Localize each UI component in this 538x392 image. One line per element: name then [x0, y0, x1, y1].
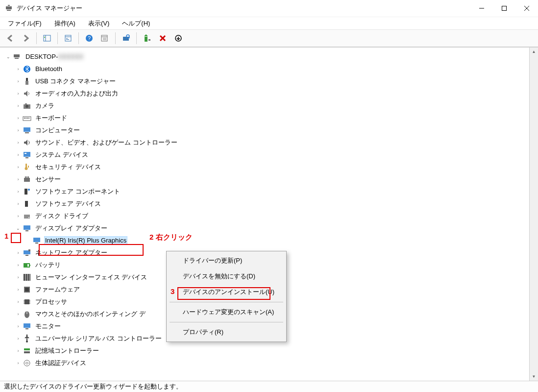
expand-icon[interactable]: › [15, 311, 22, 318]
expand-icon[interactable]: › [15, 360, 22, 367]
context-menu-scan-changes[interactable]: ハードウェア変更のスキャン(A) [168, 304, 285, 320]
display-icon [32, 236, 41, 245]
hid-icon [23, 273, 31, 282]
expand-icon[interactable]: › [15, 323, 22, 330]
tree-item-security[interactable]: ›セキュリティ デバイス [15, 161, 529, 173]
swcomponent-icon [23, 187, 31, 196]
tree-item-audio[interactable]: ›オーディオの入力および出力 [15, 87, 529, 99]
tree-item-swcomponent[interactable]: ›ソフトウェア コンポーネント [15, 185, 529, 197]
forward-button[interactable] [19, 31, 33, 45]
tree-item-computer[interactable]: ›コンピューター [15, 124, 529, 136]
expand-icon[interactable]: › [15, 127, 22, 134]
expand-icon[interactable]: › [15, 347, 22, 354]
context-menu-uninstall-device[interactable]: デバイスのアンインストール(U) [168, 284, 285, 300]
expand-icon[interactable]: › [15, 176, 22, 183]
scroll-up-arrow[interactable]: ▲ [530, 48, 538, 56]
expand-icon[interactable]: › [15, 213, 22, 220]
expand-icon[interactable]: › [15, 200, 22, 207]
tree-item-label: コンピューター [34, 125, 81, 135]
expand-icon[interactable]: › [15, 249, 22, 256]
svg-point-86 [26, 334, 28, 336]
tree-item-usb[interactable]: ›USB コネクタ マネージャー [15, 75, 529, 87]
tree-item-swdevice[interactable]: ›ソフトウェア デバイス [15, 197, 529, 210]
properties-button[interactable] [61, 31, 75, 45]
svg-rect-63 [25, 255, 28, 256]
expand-icon[interactable]: › [15, 188, 22, 195]
expand-icon[interactable]: › [15, 286, 22, 293]
action-sheet-button[interactable] [98, 31, 112, 45]
uninstall-device-button[interactable] [155, 31, 170, 45]
tree-item-bluetooth[interactable]: ›Bluetooth [15, 63, 529, 75]
context-menu-disable-device[interactable]: デバイスを無効にする(D) [168, 269, 285, 284]
tree-item-biometric[interactable]: ›生体認証デバイス [15, 357, 529, 369]
disable-device-button[interactable] [171, 31, 186, 45]
tree-item-camera[interactable]: ›カメラ [15, 99, 529, 112]
expand-icon[interactable]: › [15, 78, 22, 85]
svg-rect-48 [28, 166, 29, 168]
svg-rect-64 [28, 249, 30, 251]
show-hide-console-tree-button[interactable] [40, 31, 54, 45]
tree-item-keyboard[interactable]: ›キーボード [15, 112, 529, 124]
menu-file[interactable]: ファイル(F) [3, 18, 47, 29]
tree-item-label: USB コネクタ マネージャー [34, 76, 117, 86]
expand-icon[interactable]: › [15, 66, 22, 73]
svg-rect-13 [66, 39, 69, 40]
expand-icon[interactable]: › [15, 298, 22, 305]
svg-rect-69 [25, 274, 27, 281]
leaf-spacer [24, 237, 31, 244]
biometric-icon [23, 359, 31, 368]
tree-item-label: ディスプレイ アダプター [34, 223, 108, 233]
tree-item-disk[interactable]: ›ディスク ドライブ [15, 210, 529, 222]
maximize-button[interactable] [493, 0, 515, 17]
context-menu: ドライバーの更新(P) デバイスを無効にする(D) デバイスのアンインストール(… [166, 251, 287, 342]
menu-view[interactable]: 表示(V) [83, 18, 114, 29]
tree-item-label: バッテリ [34, 260, 62, 270]
update-driver-button[interactable] [140, 31, 154, 45]
expand-icon[interactable]: › [15, 151, 22, 158]
menu-action[interactable]: 操作(A) [49, 18, 80, 29]
scan-hardware-button[interactable] [119, 31, 133, 45]
expand-icon[interactable]: › [15, 115, 22, 122]
collapse-icon[interactable]: ⌄ [15, 225, 22, 232]
expand-icon[interactable]: › [15, 164, 22, 171]
svg-rect-32 [25, 81, 28, 85]
svg-point-89 [24, 360, 30, 366]
svg-point-85 [26, 341, 28, 343]
status-text: 選択したデバイスのドライバー更新ウィザードを起動します。 [4, 382, 182, 391]
close-button[interactable] [515, 0, 538, 17]
tree-item-label: ソフトウェア デバイス [34, 199, 102, 209]
svg-rect-67 [24, 264, 27, 267]
vertical-scrollbar[interactable]: ▲ ▼ [529, 48, 538, 381]
expand-icon[interactable]: › [15, 102, 22, 109]
tree-item-storage[interactable]: ›記憶域コントローラー [15, 344, 529, 357]
context-menu-properties[interactable]: プロパティ(R) [168, 324, 285, 340]
svg-rect-24 [148, 39, 150, 41]
device-tree[interactable]: ⌄DESKTOP-XXXXXX›Bluetooth›USB コネクタ マネージャ… [0, 48, 529, 381]
help-button[interactable]: ? [82, 31, 97, 45]
svg-rect-83 [24, 323, 30, 328]
svg-rect-50 [25, 176, 26, 178]
tree-item-sensor[interactable]: ›センサー [15, 173, 529, 185]
tree-item-system[interactable]: ›システム デバイス [15, 148, 529, 161]
scroll-down-arrow[interactable]: ▼ [530, 372, 538, 381]
tree-item-display[interactable]: ⌄ディスプレイ アダプター [15, 222, 529, 234]
storage-icon [23, 346, 31, 355]
svg-rect-2 [8, 5, 10, 6]
svg-rect-40 [28, 118, 29, 119]
svg-rect-73 [25, 288, 29, 292]
back-button[interactable] [3, 31, 18, 45]
context-menu-update-driver[interactable]: ドライバーの更新(P) [168, 253, 285, 269]
expand-icon[interactable]: ⌄ [5, 53, 12, 60]
expand-icon[interactable]: › [15, 139, 22, 146]
expand-icon[interactable]: › [15, 90, 22, 97]
minimize-button[interactable] [470, 0, 493, 17]
expand-icon[interactable]: › [15, 335, 22, 342]
tree-child-display[interactable]: Intel(R) Iris(R) Plus Graphics [24, 234, 529, 246]
tree-root-node[interactable]: ⌄DESKTOP-XXXXXX [5, 50, 529, 63]
menu-help[interactable]: ヘルプ(H) [117, 18, 155, 29]
display-icon [23, 224, 31, 233]
tree-item-sound[interactable]: ›サウンド、ビデオ、およびゲーム コントローラー [15, 136, 529, 148]
expand-icon[interactable]: › [15, 262, 22, 269]
expand-icon[interactable]: › [15, 274, 22, 281]
system-icon [23, 150, 31, 159]
